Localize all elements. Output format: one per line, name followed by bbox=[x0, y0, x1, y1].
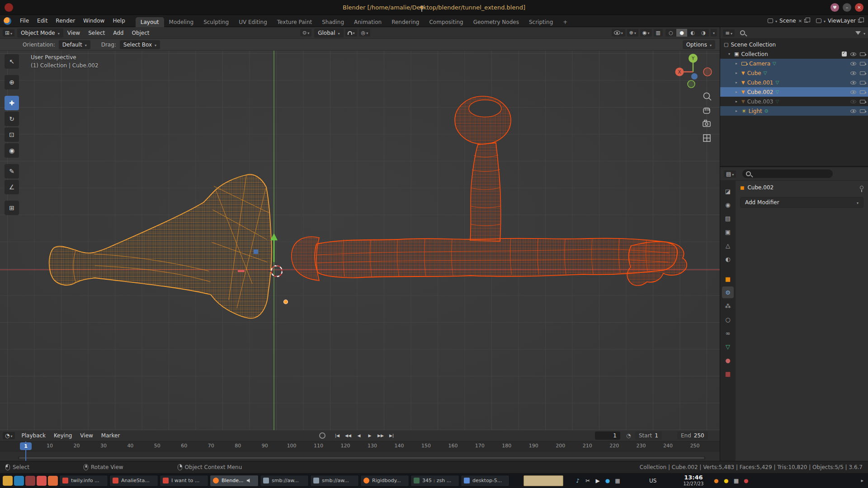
launcher-media-player[interactable] bbox=[25, 476, 35, 486]
timeline-ruler[interactable]: 1 10203040506070809010011012013014015016… bbox=[0, 441, 720, 451]
eye-icon[interactable] bbox=[850, 52, 856, 56]
outliner-item-cube-001[interactable]: ▸ ▼ Cube.001 ▽ bbox=[720, 78, 868, 87]
tab-object-data[interactable] bbox=[722, 341, 734, 352]
render-visibility-icon[interactable] bbox=[860, 52, 865, 56]
options-dropdown[interactable]: Options bbox=[683, 40, 715, 49]
media-tray-icon[interactable]: ♪ bbox=[573, 478, 583, 484]
tab-compositing[interactable]: Compositing bbox=[424, 17, 468, 27]
render-visibility-icon[interactable] bbox=[860, 90, 865, 94]
outliner-editor-button[interactable]: ≡ bbox=[723, 29, 735, 37]
window-app-icon[interactable] bbox=[5, 3, 13, 12]
cursor-tool[interactable] bbox=[5, 75, 19, 89]
window-pin-button[interactable] bbox=[420, 5, 424, 9]
menu-playback[interactable]: Playback bbox=[18, 432, 50, 439]
pivot-dropdown[interactable]: ⊙ bbox=[300, 29, 311, 37]
new-scene-icon[interactable] bbox=[804, 19, 808, 23]
panel-expand-button[interactable]: ▸ bbox=[859, 478, 865, 483]
outliner-item-cube-003[interactable]: ▸ ▼ Cube.003 ▽ bbox=[720, 97, 868, 106]
gizmo-plane-handle[interactable] bbox=[254, 249, 258, 254]
eye-closed-icon[interactable] bbox=[850, 100, 856, 103]
shading-solid-button[interactable]: ● bbox=[676, 29, 687, 37]
move-tool[interactable] bbox=[5, 96, 19, 110]
menu-viewport-view[interactable]: View bbox=[63, 30, 84, 36]
outliner-item-camera[interactable]: ▸ Camera ▽ bbox=[720, 59, 868, 68]
outliner-item-cube-002[interactable]: ▸ ▼ Cube.002 ▽ bbox=[720, 87, 868, 97]
tab-texture[interactable] bbox=[722, 368, 734, 380]
outliner-item-light[interactable]: ▸ ☀ Light ⊙ bbox=[720, 106, 868, 116]
launcher-browser[interactable] bbox=[48, 476, 58, 486]
tab-tool[interactable] bbox=[722, 185, 734, 197]
taskbar-window-smb-2[interactable]: smb://aw... bbox=[310, 475, 359, 487]
expand-icon[interactable]: ▾ bbox=[728, 52, 732, 56]
display-tray-icon[interactable]: ▦ bbox=[613, 478, 623, 484]
taskbar-window-smb-1[interactable]: smb://aw... bbox=[260, 475, 309, 487]
panel-notes-widget[interactable] bbox=[524, 475, 563, 486]
taskbar-window-desktop[interactable]: desktop-5... bbox=[461, 475, 509, 487]
snap-dropdown[interactable] bbox=[345, 29, 357, 37]
viewlayer-selector[interactable]: ViewLayer bbox=[816, 18, 862, 24]
launcher-application-menu[interactable] bbox=[3, 476, 13, 486]
tab-shading[interactable]: Shading bbox=[317, 17, 349, 27]
player-tray-icon[interactable]: ▶ bbox=[593, 478, 603, 484]
unlink-scene-icon[interactable]: ✕ bbox=[798, 19, 802, 23]
current-frame-field[interactable]: 1 bbox=[595, 432, 620, 440]
visibility-dropdown[interactable] bbox=[612, 29, 625, 37]
menu-window[interactable]: Window bbox=[79, 18, 108, 24]
outliner-collection[interactable]: ▾ ▣ Collection bbox=[720, 49, 868, 59]
add-modifier-button[interactable]: Add Modifier bbox=[740, 197, 863, 208]
xray-toggle[interactable]: ▥ bbox=[654, 29, 663, 37]
eye-icon[interactable] bbox=[850, 90, 856, 94]
play-button[interactable]: ▶ bbox=[365, 432, 375, 439]
outliner-filter-dropdown[interactable] bbox=[863, 30, 865, 36]
tab-object[interactable] bbox=[722, 273, 734, 285]
tab-physics[interactable] bbox=[722, 314, 734, 325]
auto-keying-toggle[interactable] bbox=[319, 432, 326, 439]
outliner-item-cube[interactable]: ▸ ▼ Cube ▽ bbox=[720, 68, 868, 78]
pin-icon[interactable] bbox=[860, 186, 863, 189]
select-box-tool[interactable] bbox=[5, 54, 19, 69]
proportional-edit-button[interactable]: ◎ bbox=[359, 29, 371, 37]
gizmo-dropdown[interactable]: ⊕ bbox=[627, 29, 638, 37]
window-close-button[interactable]: ✕ bbox=[855, 3, 863, 12]
tab-animation[interactable]: Animation bbox=[349, 17, 387, 27]
window-help-button[interactable]: ♥ bbox=[830, 3, 839, 12]
shading-wireframe-button[interactable]: ○ bbox=[665, 29, 676, 37]
network-tray-icon[interactable]: ● bbox=[603, 478, 613, 484]
mode-dropdown[interactable]: Object Mode bbox=[17, 28, 63, 38]
menu-render[interactable]: Render bbox=[52, 18, 79, 24]
expand-icon[interactable]: ▸ bbox=[736, 71, 739, 75]
menu-viewport-object[interactable]: Object bbox=[127, 30, 153, 36]
new-viewlayer-icon[interactable] bbox=[858, 19, 862, 23]
measure-tool[interactable] bbox=[5, 180, 19, 194]
notifier-tray-icon[interactable]: ● bbox=[721, 478, 731, 484]
clock[interactable]: 13:46 12/27/23 bbox=[683, 474, 703, 486]
properties-search-input[interactable] bbox=[742, 169, 833, 178]
menu-keying[interactable]: Keying bbox=[50, 432, 76, 439]
eye-icon[interactable] bbox=[850, 62, 856, 66]
expand-icon[interactable]: ▸ bbox=[736, 61, 739, 66]
next-keyframe-button[interactable]: ▶▶ bbox=[376, 432, 386, 439]
play-reverse-button[interactable]: ◀ bbox=[354, 432, 364, 439]
add-cube-tool[interactable] bbox=[5, 201, 19, 215]
taskbar-window-zsh[interactable]: 345 : zsh ... bbox=[410, 475, 459, 487]
menu-file[interactable]: File bbox=[16, 18, 33, 24]
tab-uv-editing[interactable]: UV Editing bbox=[234, 17, 272, 27]
frame-end-field[interactable]: End 250 bbox=[677, 432, 708, 440]
jump-to-end-button[interactable]: ▶| bbox=[387, 432, 396, 439]
eye-icon[interactable] bbox=[850, 81, 856, 84]
taskbar-window-twily[interactable]: twily.info ... bbox=[59, 475, 108, 487]
overlays-dropdown[interactable]: ◉ bbox=[640, 29, 652, 37]
orientation-dropdown[interactable]: Global bbox=[314, 28, 343, 38]
render-visibility-icon[interactable] bbox=[860, 100, 865, 103]
menu-viewport-select[interactable]: Select bbox=[84, 30, 109, 36]
render-visibility-icon[interactable] bbox=[860, 109, 865, 113]
transform-tool[interactable] bbox=[5, 143, 19, 158]
tab-sculpting[interactable]: Sculpting bbox=[198, 17, 234, 27]
expand-icon[interactable]: ▸ bbox=[736, 90, 739, 94]
blender-logo[interactable] bbox=[4, 17, 11, 25]
outliner-filter-icon[interactable] bbox=[855, 31, 861, 35]
tab-scripting[interactable]: Scripting bbox=[524, 17, 558, 27]
launcher-file-manager[interactable] bbox=[14, 476, 24, 486]
expand-icon[interactable]: ▸ bbox=[736, 80, 739, 84]
clipboard-tray-icon[interactable]: ✂ bbox=[583, 478, 593, 484]
